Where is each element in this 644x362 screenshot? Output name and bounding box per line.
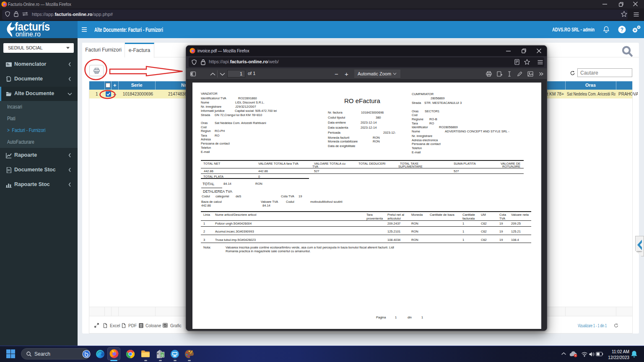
svg-text:online.ro: online.ro — [16, 30, 41, 37]
svg-text:?: ? — [621, 27, 623, 33]
